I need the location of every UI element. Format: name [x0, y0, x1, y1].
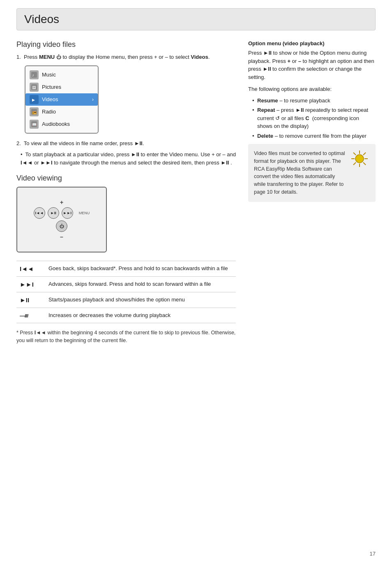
prev-description: Goes back, skips backward*. Press and ho… — [48, 265, 228, 271]
table-row: ►►I Advances, skips forward. Press and h… — [16, 277, 236, 292]
list-item-repeat: Repeat – press ►II repeatedly to select … — [252, 106, 376, 130]
menu-screenshot: ♪ Music 🖼 Pictures ▶ Videos › — [25, 65, 99, 134]
sun-icon — [350, 150, 369, 168]
info-box-text: Video files must be converted to optimal… — [254, 150, 345, 196]
svg-line-15 — [353, 153, 356, 155]
description-cell: Advances, skips forward. Press and hold … — [45, 277, 236, 292]
menu-label-videos: Videos — [42, 96, 58, 102]
svg-text:📻: 📻 — [32, 110, 37, 115]
symbol-cell: ►►I — [16, 277, 45, 292]
svg-line-16 — [363, 162, 366, 165]
playing-title: Playing video files — [16, 40, 236, 49]
power-sym: ⏻ — [56, 54, 61, 60]
page: Videos Playing video files 1. Press MENU… — [0, 0, 392, 565]
svg-text:▶: ▶ — [32, 98, 35, 102]
next-description: Advances, skips forward. Press and hold … — [48, 281, 211, 287]
svg-text:♪: ♪ — [32, 73, 34, 77]
main-content: Playing video files 1. Press MENU ⏻ to d… — [16, 40, 376, 348]
menu-label-pictures: Pictures — [42, 84, 61, 90]
next-symbol: ►►I — [20, 281, 34, 288]
menu-label-audiobooks: Audiobooks — [42, 121, 70, 127]
power-icon: ⏻ — [60, 224, 64, 229]
controls-row: I◄◄ ►II ►►I MENU — [34, 207, 90, 219]
resume-label: Resume — [257, 97, 278, 104]
menu-item-pictures: 🖼 Pictures — [25, 81, 98, 93]
description-cell: Goes back, skips backward*. Press and ho… — [45, 261, 236, 277]
menu-item-radio: 📻 Radio — [25, 106, 98, 118]
music-icon: ♪ — [30, 70, 39, 79]
menu-item-videos: ▶ Videos › — [25, 93, 98, 106]
table-row: I◄◄ Goes back, skips backward*. Press an… — [16, 261, 236, 277]
play-description: Starts/pauses playback and shows/hides t… — [48, 296, 185, 303]
menu-label-radio: Radio — [42, 109, 56, 115]
info-box-content: Video files must be converted to optimal… — [254, 151, 345, 195]
video-controls: + I◄◄ ►II ►►I MENU — [34, 199, 90, 240]
menu-item-music: ♪ Music — [25, 69, 98, 81]
symbol-cell: ►II — [16, 292, 45, 308]
play-symbol: ►II — [20, 296, 29, 303]
menu-item-audiobooks: 📖 Audiobooks — [25, 118, 98, 130]
menu-bold: MENU — [39, 54, 55, 60]
arrow-right: › — [92, 97, 94, 102]
table-row: —//// Increases or decreases the volume … — [16, 308, 236, 323]
prev-symbol: I◄◄ — [20, 265, 34, 272]
bottom-controls: ⏻ — [56, 220, 67, 232]
videos-bold: Videos — [191, 54, 208, 60]
page-title: Videos — [24, 13, 368, 26]
svg-line-17 — [363, 153, 366, 155]
controls-table: I◄◄ Goes back, skips backward*. Press an… — [16, 261, 236, 323]
svg-text:🖼: 🖼 — [32, 86, 36, 90]
video-viewer: + I◄◄ ►II ►►I MENU — [16, 187, 107, 252]
description-cell: Starts/pauses playback and shows/hides t… — [45, 292, 236, 308]
menu-ctrl-label: MENU — [79, 211, 90, 215]
next-button[interactable]: ►►I — [62, 207, 73, 219]
play-icon: ►II — [51, 211, 56, 215]
option-available: The following options are available: — [248, 85, 376, 93]
menu-label-music: Music — [42, 72, 56, 78]
step2-text: 2. To view all the videos in file name o… — [16, 139, 236, 148]
info-box: Video files must be converted to optimal… — [248, 144, 376, 202]
option-title: Option menu (video playback) — [248, 40, 376, 46]
page-number: 17 — [370, 551, 376, 557]
volume-symbol: —//// — [20, 313, 28, 319]
svg-point-10 — [355, 155, 364, 163]
option-list: Resume – to resume playback Repeat – pre… — [248, 97, 376, 140]
prev-button[interactable]: I◄◄ — [34, 207, 45, 219]
title-bar: Videos — [16, 8, 376, 30]
symbol-cell: —//// — [16, 308, 45, 323]
audiobooks-icon: 📖 — [30, 120, 39, 129]
step1-text: 1. Press MENU ⏻ to display the Home menu… — [16, 53, 236, 61]
plus-label: + — [58, 199, 66, 206]
videos-icon: ▶ — [30, 95, 39, 104]
delete-desc: – to remove current file from the player — [275, 133, 367, 139]
svg-text:📖: 📖 — [32, 122, 37, 127]
video-viewing-title: Video viewing — [16, 174, 236, 183]
step3-text: • To start playback at a particular vide… — [16, 151, 236, 167]
left-column: Playing video files 1. Press MENU ⏻ to d… — [16, 40, 236, 348]
symbol-cell: I◄◄ — [16, 261, 45, 277]
option-section: Option menu (video playback) Press ►II t… — [248, 40, 376, 202]
minus-label: – — [58, 234, 66, 240]
list-item-delete: Delete – to remove current file from the… — [252, 132, 376, 140]
footnote: * Press I◄◄ within the beginning 4 secon… — [16, 329, 236, 345]
next-icon: ►►I — [63, 211, 71, 215]
radio-icon: 📻 — [30, 107, 39, 116]
play-button[interactable]: ►II — [48, 207, 59, 219]
table-row: ►II Starts/pauses playback and shows/hid… — [16, 292, 236, 308]
resume-desc: – to resume playback — [279, 97, 330, 104]
right-column: Option menu (video playback) Press ►II t… — [248, 40, 376, 348]
svg-line-18 — [353, 162, 356, 165]
menu-text-area: MENU — [79, 211, 90, 215]
pictures-icon: 🖼 — [30, 83, 39, 92]
volume-description: Increases or decreases the volume during… — [48, 312, 171, 318]
prev-icon: I◄◄ — [35, 211, 44, 215]
delete-label: Delete — [257, 133, 273, 139]
option-intro: Press ►II to show or hide the Option men… — [248, 49, 376, 81]
power-button[interactable]: ⏻ — [56, 220, 67, 232]
info-box-icon — [349, 150, 370, 196]
list-item-resume: Resume – to resume playback — [252, 97, 376, 105]
description-cell: Increases or decreases the volume during… — [45, 308, 236, 323]
repeat-label: Repeat — [257, 107, 275, 113]
